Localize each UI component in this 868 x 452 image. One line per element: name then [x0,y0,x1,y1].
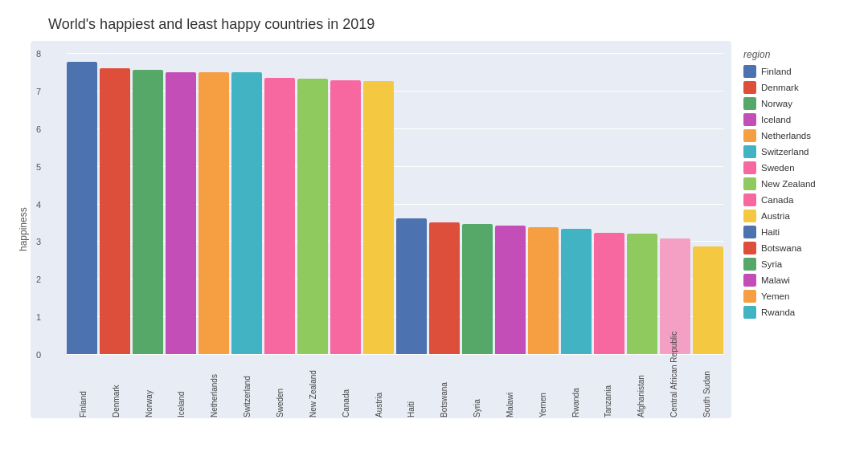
bar [627,234,657,354]
legend-label: Iceland [761,115,791,124]
y-tick-label: 3 [36,237,41,246]
x-label-slot: Sweden [264,354,297,418]
bar-group[interactable] [264,53,295,354]
legend-item: Sweden [743,161,852,174]
bar [100,68,130,354]
bar-group[interactable] [100,53,130,354]
bar [495,226,526,354]
legend-label: Denmark [761,83,799,92]
legend-color-box [743,258,756,271]
bar-group[interactable] [166,53,196,354]
legend-item: Finland [743,65,852,78]
bar [199,72,229,354]
chart-container: World's happiest and least happy countri… [0,0,868,452]
x-label-slot: Yemen [526,354,559,418]
x-label-slot: Canada [330,354,362,418]
bar-group[interactable] [627,53,657,354]
bar [133,70,163,354]
legend-label: Rwanda [761,307,795,317]
legend-color-box [743,65,756,78]
legend-label: Malawi [761,275,790,285]
x-label-slot: Finland [67,354,100,418]
legend-color-box [743,193,756,206]
bar [594,233,624,354]
bar-group[interactable] [429,53,460,354]
legend-item: Yemen [743,290,852,303]
x-label: Syria [473,357,481,417]
x-label: Tanzania [604,357,612,417]
legend-item: Austria [743,210,852,222]
x-label: Switzerland [243,357,252,417]
legend-item: Malawi [743,274,852,287]
plot-area: 012345678 FinlandDenmarkNorwayIcelandNet… [31,41,731,418]
bar [231,72,262,354]
legend-item: Botswana [743,242,852,255]
x-label-slot: Haiti [395,354,428,418]
legend-title: region [743,49,852,60]
y-tick-label: 6 [36,124,41,134]
y-tick-label: 2 [36,275,41,284]
bar-group[interactable] [363,53,394,354]
x-label-slot: South Sudan [690,354,723,418]
x-label: Malawi [506,357,514,417]
bar [363,81,394,354]
x-label: Yemen [538,357,547,417]
bar [693,246,723,354]
bar-group[interactable] [330,53,361,354]
x-label: Botswana [440,357,448,417]
legend-color-box [743,290,756,303]
x-label-slot: New Zealand [297,354,330,418]
x-label-slot: Syria [461,354,493,418]
bar-group[interactable] [199,53,229,354]
legend-item: Haiti [743,226,852,238]
x-label: New Zealand [309,357,317,417]
bar [330,80,361,354]
bar-group[interactable] [693,53,723,354]
bar-group[interactable] [660,53,690,354]
x-label: Canada [342,357,350,417]
legend-label: Norway [761,99,792,108]
bar [462,224,493,354]
bar-group[interactable] [133,53,163,354]
bar-group[interactable] [561,53,592,354]
bar [561,229,592,354]
legend-color-box [743,274,756,287]
bar-group[interactable] [231,53,262,354]
bar [528,227,559,354]
bar [166,72,196,354]
legend: region FinlandDenmarkNorwayIcelandNether… [731,41,860,418]
y-tick-label: 8 [36,49,41,59]
x-label-slot: Central African Republic [657,354,690,418]
bar-group[interactable] [462,53,493,354]
legend-item: Netherlands [743,129,852,142]
legend-items: FinlandDenmarkNorwayIcelandNetherlandsSw… [743,65,852,319]
legend-color-box [743,161,756,174]
bar-group[interactable] [297,53,328,354]
bar-group[interactable] [67,53,97,354]
chart-title: World's happiest and least happy countri… [48,16,860,33]
bar [429,222,460,354]
plot-and-legend: 012345678 FinlandDenmarkNorwayIcelandNet… [31,41,860,418]
legend-item: Syria [743,258,852,271]
x-label-slot: Norway [133,354,166,418]
legend-label: New Zealand [761,179,816,189]
legend-label: Yemen [761,291,789,301]
x-label: Iceland [177,357,186,417]
x-label-slot: Denmark [100,354,133,418]
legend-label: Botswana [761,243,802,253]
x-label-slot: Switzerland [231,354,264,418]
bar [67,62,97,354]
bar-group[interactable] [528,53,559,354]
bar-group[interactable] [396,53,427,354]
legend-color-box [743,145,756,158]
legend-item: Canada [743,193,852,206]
x-label-slot: Malawi [493,354,526,418]
bar-group[interactable] [594,53,624,354]
x-label: Finland [79,357,88,417]
legend-color-box [743,226,756,238]
bar-group[interactable] [495,53,526,354]
bars-container [67,53,723,354]
legend-color-box [743,129,756,142]
x-label: South Sudan [702,357,711,417]
legend-color-box [743,242,756,255]
